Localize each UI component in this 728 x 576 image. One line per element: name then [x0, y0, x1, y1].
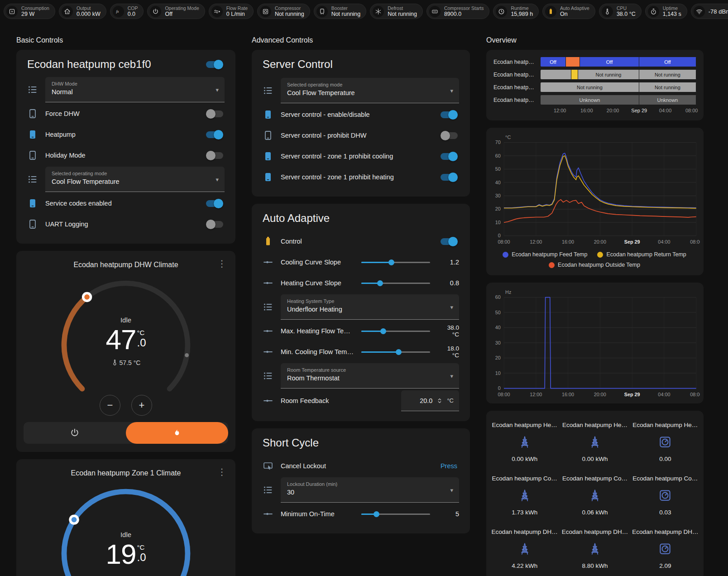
service-codes-toggle[interactable] — [206, 200, 223, 207]
energy-entity-label[interactable]: Ecodan heatpump Co… — [562, 475, 627, 482]
timeline-segment[interactable]: Not running — [639, 82, 696, 92]
temp-decimal: .0 — [137, 551, 146, 564]
chip-flow-rate[interactable]: Flow Rate0 L/min — [209, 4, 254, 19]
timeline-segment[interactable]: Off — [580, 57, 639, 67]
control-toggle[interactable] — [441, 238, 458, 245]
svg-text:20:00: 20:00 — [594, 392, 606, 398]
tower-icon[interactable] — [518, 489, 532, 502]
cooling-slope-slider[interactable] — [361, 258, 430, 267]
max-heating-row: Max. Heating Flow Temper… 38.0°C — [263, 321, 459, 341]
force-dhw-toggle[interactable] — [206, 110, 223, 117]
chip-output[interactable]: Output0.000 kW — [59, 4, 106, 19]
timeline-segment[interactable]: Not running — [541, 82, 639, 92]
svg-text:50: 50 — [495, 166, 501, 172]
timeline-segment[interactable]: Unknown — [639, 95, 696, 105]
gauge-icon[interactable] — [658, 542, 672, 556]
zone1-dial[interactable]: Idle 19 °C .0 − + — [55, 483, 196, 576]
timeline-segment[interactable] — [541, 70, 571, 79]
tower-icon[interactable] — [588, 542, 602, 556]
min-on-time-value: 5 — [437, 510, 459, 518]
timeline-bar[interactable]: OffOffOff — [541, 57, 696, 67]
chip-compressor-starts[interactable]: Compressor Starts8900.0 — [426, 4, 490, 19]
room-feedback-input[interactable]: 20.0 °C — [401, 390, 459, 411]
server-prohibit-cooling-toggle[interactable] — [441, 153, 458, 160]
menu-kebab-icon[interactable]: ⋮ — [217, 466, 226, 477]
chip-runtime[interactable]: Runtime15,989 h — [493, 4, 539, 19]
timeline-segment[interactable] — [571, 70, 578, 79]
battery-icon — [263, 236, 273, 247]
gauge-icon[interactable] — [658, 435, 672, 449]
legend-item-ecodan-heatpump-feed-temp[interactable]: Ecodan heatpump Feed Temp — [503, 251, 587, 258]
timeline-tick: Sep 29 — [631, 108, 647, 113]
holiday-mode-toggle[interactable] — [206, 152, 223, 159]
tower-icon[interactable] — [518, 542, 532, 556]
heatpump-toggle[interactable] — [206, 131, 223, 138]
chip-defrost[interactable]: DefrostNot running — [370, 4, 423, 19]
operating-mode-select[interactable]: Selected operating mode Cool Flow Temper… — [45, 167, 225, 192]
uart-logging-toggle[interactable] — [206, 221, 223, 228]
server-enable-toggle[interactable] — [441, 111, 458, 118]
dhw-mode-select[interactable]: DHW Mode Normal ▾ — [45, 77, 225, 102]
energy-value: 0.03 — [659, 509, 671, 516]
server-prohibit-heating-toggle[interactable] — [441, 174, 458, 181]
energy-entity-label[interactable]: Ecodan heatpump DH… — [632, 528, 698, 535]
dhw-dial[interactable]: Idle 47 °C .0 57.5 °C − + — [55, 274, 196, 416]
legend-item-ecodan-heatpump-outside-temp[interactable]: Ecodan heatpump Outside Temp — [549, 262, 640, 268]
chip-auto-adaptive[interactable]: Auto AdaptiveOn — [542, 4, 595, 19]
chip-cop[interactable]: fxCOP0.0 — [110, 4, 144, 19]
server-prohibit-dhw-toggle[interactable] — [441, 132, 458, 139]
timeline-segment[interactable]: Unknown — [541, 95, 639, 105]
press-button[interactable]: Press — [439, 460, 459, 472]
chip-compressor[interactable]: CompressorNot running — [257, 4, 310, 19]
min-on-time-slider[interactable] — [361, 509, 430, 518]
hvac-off-button[interactable] — [24, 422, 126, 444]
timeline-segment[interactable] — [566, 57, 580, 67]
timeline-segment[interactable]: Off — [639, 57, 696, 67]
timeline-bar[interactable]: UnknownUnknown — [541, 95, 696, 105]
timeline-segment[interactable]: Not running — [639, 70, 696, 79]
energy-entity-label[interactable]: Ecodan heatpump Co… — [632, 475, 698, 482]
energy-entity-label[interactable]: Ecodan heatpump He… — [632, 422, 698, 428]
chip-text: Operating ModeOff — [165, 5, 199, 17]
energy-entity-label[interactable]: Ecodan heatpump He… — [492, 422, 557, 428]
legend-item-ecodan-heatpump-return-temp[interactable]: Ecodan heatpump Return Temp — [597, 251, 686, 258]
server-op-mode-select[interactable]: Selected operating mode Cool Flow Temper… — [281, 78, 459, 103]
clock-icon — [496, 6, 507, 17]
chip-text: DefrostNot running — [388, 5, 417, 17]
energy-entity-label[interactable]: Ecodan heatpump He… — [562, 422, 627, 428]
system-type-select[interactable]: Heating System Type Underfloor Heating ▾ — [281, 294, 459, 320]
timeline-segment[interactable]: Not running — [578, 70, 639, 79]
chip-operating-mode[interactable]: Operating ModeOff — [147, 4, 205, 19]
chip-78-dbm[interactable]: -78 dBm — [691, 4, 728, 19]
stepper-icon[interactable] — [436, 397, 443, 404]
device-power-toggle[interactable] — [206, 61, 223, 68]
energy-entity-label[interactable]: Ecodan heatpump Co… — [492, 475, 557, 482]
energy-entity-label[interactable]: Ecodan heatpump DH… — [562, 528, 628, 535]
room-source-select[interactable]: Room Temperature source Room Thermostat … — [281, 363, 459, 389]
chip-booster[interactable]: BoosterNot running — [314, 4, 367, 19]
gauge-icon[interactable] — [658, 489, 672, 502]
timeline-bar[interactable]: Not runningNot running — [541, 70, 696, 79]
temp-increase-button[interactable]: + — [131, 395, 152, 416]
temp-decrease-button[interactable]: − — [100, 395, 120, 416]
chip-uptime[interactable]: Uptime1,143 s — [645, 4, 687, 19]
lockout-duration-select[interactable]: Lockout Duration (min) 30 ▾ — [281, 477, 459, 503]
tower-icon[interactable] — [588, 489, 602, 502]
energy-cell: Ecodan heatpump Co… 0.06 kWh — [561, 475, 628, 516]
min-cooling-slider[interactable] — [361, 347, 430, 356]
cooling-slope-label: Cooling Curve Slope — [281, 259, 354, 266]
energy-entity-label[interactable]: Ecodan heatpump DH… — [491, 528, 557, 535]
heating-slope-slider[interactable] — [361, 278, 430, 288]
menu-kebab-icon[interactable]: ⋮ — [217, 258, 226, 269]
chip-consumption[interactable]: Consumption29 W — [4, 4, 55, 19]
tower-icon[interactable] — [588, 435, 602, 449]
timeline-bar[interactable]: Not runningNot running — [541, 82, 696, 92]
svg-text:16:00: 16:00 — [562, 239, 574, 245]
hvac-heat-button[interactable] — [126, 422, 228, 444]
chip-cpu[interactable]: CPU38.0 °C — [599, 4, 642, 19]
max-heating-slider[interactable] — [361, 326, 430, 336]
timeline-segment[interactable]: Off — [541, 57, 566, 67]
timeline-row: Ecodan heatpum…Not runningNot running — [493, 82, 696, 92]
tower-icon[interactable] — [518, 435, 532, 449]
timeline-row: Ecodan heatpum…UnknownUnknown — [493, 95, 696, 105]
